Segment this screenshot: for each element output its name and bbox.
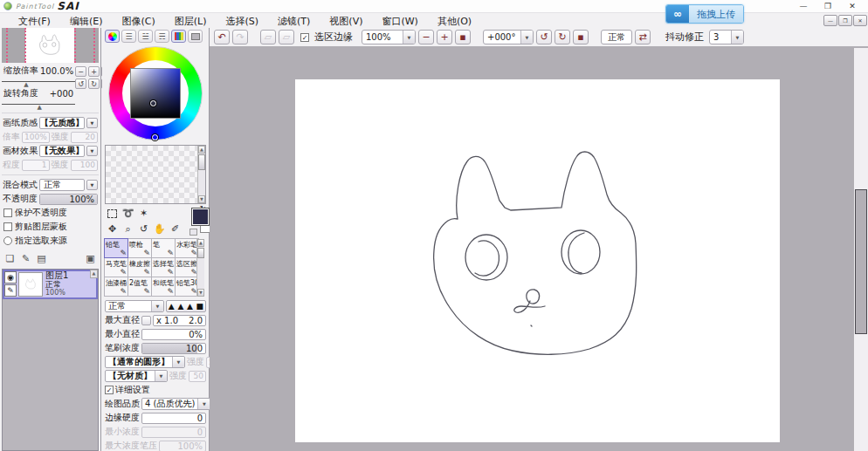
swatches-tab[interactable] [171,30,186,43]
zoom-reset-button[interactable]: ▪ [455,30,471,44]
transparent-color-toggle[interactable] [189,229,197,236]
rotate-view-tool[interactable]: ↺ [136,222,151,236]
swatch-scratch-area[interactable]: ▲ ▼ [105,145,206,204]
jitter-combo[interactable]: 3 ▼ [709,30,744,44]
brush-tip-3[interactable]: ▲ [187,302,193,311]
brush-pen[interactable]: 笔✎ [151,238,176,258]
layer-visibility-icon[interactable]: ◉ [4,271,17,284]
layers-scroll-up-icon[interactable]: ▲ [90,270,98,278]
mdi-restore-button[interactable]: ❐ [838,15,852,26]
zoom-dropdown-icon[interactable]: ▼ [403,31,415,44]
color-wheel-tab[interactable] [105,30,120,43]
scratchpad-tab[interactable] [188,30,203,43]
drag-upload-button[interactable]: ∞ 拖拽上传 [665,4,744,24]
brush-density-slider[interactable]: 100 [141,343,206,354]
protect-opacity-checkbox[interactable] [3,208,12,217]
brush-eraser[interactable]: 橡皮擦✎ [127,257,152,277]
zoom-in-button[interactable]: + [437,30,452,44]
rotate-ccw-button[interactable]: ↺ [536,30,552,44]
nav-rotate-cw-button[interactable]: ↻ [88,79,100,89]
layer-pen-icon[interactable]: ✎ [4,284,17,297]
brush-binary-pen[interactable]: 2值笔✎ [127,277,152,297]
advanced-settings-checkbox[interactable]: ✓ [105,386,114,394]
magic-wand-tool[interactable]: ✶ [136,206,151,221]
undo-button[interactable]: ↶ [214,30,230,44]
hand-tool[interactable]: ✋ [152,222,167,236]
layer-row-1[interactable]: ◉ ✎ 图层1 正常 100% [3,270,98,299]
nav-zoom-slider[interactable]: ▲ [2,77,75,87]
new-linework-layer-button[interactable]: ✎ [19,252,32,264]
layer-mask-button[interactable]: ▣ [84,252,97,264]
max-density-pressure-slider[interactable]: 100% [159,441,206,451]
mixer-sliders-tab[interactable]: ☴ [155,30,169,43]
brush-pencil[interactable]: 铅笔✎ [104,238,128,258]
rgb-sliders-tab[interactable]: ☰ [121,30,136,43]
brush-tip-shapes[interactable]: ▲ ▲ ▲ ■ [166,300,206,312]
brush-scroll-down-icon[interactable]: ▼ [197,289,204,297]
brush-bucket[interactable]: 油漆桶✎ [104,277,128,297]
min-diameter-slider[interactable]: 0% [141,329,206,340]
minimize-button[interactable]: — [791,0,816,12]
brush-select-pen[interactable]: 选择笔✎ [151,257,176,277]
menu-file[interactable]: 文件(F) [9,15,60,28]
new-folder-button[interactable]: ▤ [35,252,48,264]
mdi-close-button[interactable]: ✕ [853,15,867,26]
canvas-vertical-scrollbar[interactable] [854,48,868,451]
diameter-unit-button[interactable] [141,316,151,325]
brush-watercolor[interactable]: 水彩笔✎ [175,238,199,258]
nav-zoom-out-button[interactable]: − [75,66,86,77]
rotate-reset-button[interactable]: ▪ [573,30,589,44]
nav-angle-slider[interactable]: ▲ [2,99,75,110]
lasso-tool[interactable]: ➰ [121,206,135,221]
brush-texture-select[interactable]: 【无材质】 ▼ [105,370,168,382]
paper-texture-dropdown-icon[interactable]: ▼ [86,118,98,128]
nav-angle-slider-marker[interactable]: ▲ [37,104,41,111]
canvas-workspace[interactable] [210,46,868,451]
brush-marker[interactable]: 马克笔✎ [104,257,128,277]
selection-source-radio[interactable] [3,236,12,245]
swatch-scroll-thumb[interactable] [198,154,205,170]
brush-scroll-up-icon[interactable]: ▲ [197,239,204,247]
marquee-tool[interactable] [105,206,120,221]
brush-washi-pen[interactable]: 和纸笔✎ [151,277,176,297]
zoom-tool[interactable]: ⌕ [121,222,135,236]
menu-layer[interactable]: 图层(L) [165,15,217,28]
hue-cursor[interactable] [152,134,158,140]
swatch-scrollbar[interactable]: ▲ ▼ [197,146,205,203]
new-layer-button[interactable]: ❏ [3,252,17,264]
selection-edge-toggle[interactable]: ✓ 选区边缘 [300,31,355,44]
drawing-canvas[interactable] [295,79,780,442]
brush-shape-select[interactable]: 【通常的圆形】 ▼ [105,356,185,368]
brush-pencil30[interactable]: 铅笔30✎ [175,277,199,297]
clipping-mask-checkbox[interactable] [3,222,12,231]
redo-button[interactable]: ↷ [232,30,248,44]
menu-select[interactable]: 选择(S) [216,15,268,28]
protect-opacity-toggle[interactable]: 保护不透明度 [0,206,100,220]
clipping-mask-toggle[interactable]: 剪贴图层蒙板 [0,220,100,234]
brush-blend-mode-select[interactable]: 正常 ▼ [105,300,164,312]
layer-opacity-slider[interactable]: 100% [39,194,98,205]
navigator-preview[interactable] [2,28,99,63]
angle-dropdown-icon[interactable]: ▼ [520,31,533,44]
menu-filter[interactable]: 滤镜(T) [268,15,320,28]
brush-scroll-thumb[interactable] [197,248,204,258]
color-wheel[interactable] [107,46,204,142]
sv-cursor[interactable] [150,100,156,106]
foreground-color-swatch[interactable] [191,208,210,226]
paper-texture-select[interactable]: 【无质感】 [39,117,85,129]
selection-source-toggle[interactable]: 指定选取来源 [0,234,100,248]
brush-texture-dropdown-icon[interactable]: ▼ [155,371,167,381]
zoom-out-button[interactable]: − [418,30,434,44]
selection-edge-checkbox[interactable]: ✓ [300,33,309,42]
view-mode-button[interactable]: 正常 [601,30,632,44]
close-button[interactable]: ✕ [840,0,865,12]
advanced-settings-toggle[interactable]: ✓ 详细设置 [105,384,206,396]
brush-tip-1[interactable]: ▲ [169,302,175,311]
hsv-sliders-tab[interactable]: ☱ [138,30,153,43]
saturation-value-square[interactable] [130,68,181,119]
brush-shape-dropdown-icon[interactable]: ▼ [172,357,184,367]
brush-tip-2[interactable]: ▲ [177,302,183,311]
menu-image[interactable]: 图像(C) [112,15,164,28]
eyedropper-tool[interactable]: ✐ [168,222,183,236]
flip-button[interactable]: ⇄ [635,30,651,44]
